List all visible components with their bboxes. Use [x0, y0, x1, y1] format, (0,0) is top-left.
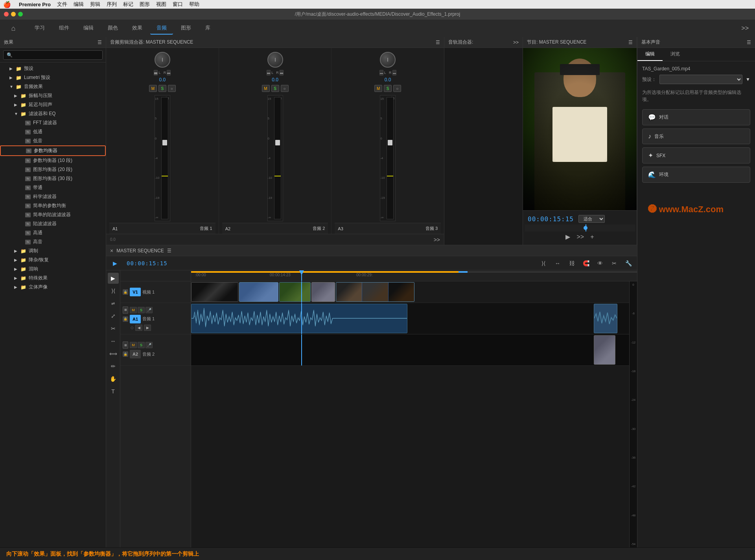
tree-item-noise-reduction[interactable]: ▶ 📁 降杂/恢复	[0, 255, 106, 264]
bs-type-dialog[interactable]: 💬 对话	[642, 109, 750, 125]
menu-file[interactable]: 文件	[57, 1, 67, 8]
tool-razor[interactable]: ✂	[108, 323, 119, 334]
tool-ripple-edit[interactable]: ⟩⟨	[108, 285, 119, 296]
effects-panel-menu-icon[interactable]: ☰	[98, 40, 102, 45]
tool-type[interactable]: T	[108, 386, 119, 397]
tree-item-scientific-filter[interactable]: fx 科学滤波器	[0, 192, 106, 201]
tree-item-reverb[interactable]: ▶ 📁 混响	[0, 264, 106, 274]
fader-handle-3[interactable]	[388, 140, 392, 145]
tool-arrow[interactable]: ▶	[108, 273, 119, 284]
tree-item-presets[interactable]: ▶ 📁 预设	[0, 64, 106, 73]
channel-3-solo-button[interactable]: S	[384, 85, 392, 92]
fader-handle-2[interactable]	[275, 140, 280, 145]
timeline-selector-tool[interactable]: ▶	[109, 258, 120, 269]
tool-hand[interactable]: ✋	[108, 373, 119, 384]
track-a1-next-kf[interactable]: ▶	[144, 325, 151, 331]
tree-item-amplitude[interactable]: ▶ 📁 振幅与压限	[0, 91, 106, 100]
channel-1-monitor-button[interactable]: ○	[168, 85, 176, 92]
track-a2-lock[interactable]: 🔒	[123, 351, 128, 357]
track-a2-expand[interactable]: ⊞	[123, 342, 128, 349]
bs-type-sfx[interactable]: ✦ SFX	[642, 147, 750, 163]
audio-clip-a1[interactable]	[191, 304, 407, 333]
track-v1-lock[interactable]: 🔒	[123, 289, 128, 295]
tab-effects[interactable]: 效果	[126, 22, 149, 35]
close-button[interactable]	[4, 12, 9, 17]
track-a1-lock[interactable]: 🔒	[123, 316, 128, 322]
bs-tab-edit[interactable]: 编辑	[637, 48, 663, 61]
tab-assembly[interactable]: 组件	[53, 22, 76, 35]
tree-item-simple-notch[interactable]: fx 简单的陷波滤波器	[0, 210, 106, 219]
menu-marker[interactable]: 标记	[123, 1, 133, 8]
timeline-magnet-tool[interactable]: 🧲	[580, 258, 591, 269]
channel-2-mute-button[interactable]: M	[262, 85, 270, 92]
tab-edit[interactable]: 编辑	[77, 22, 100, 35]
timeline-eye-tool[interactable]: 👁	[595, 258, 606, 269]
tree-item-bass[interactable]: fx 低音	[0, 136, 106, 145]
channel-3-mute-button[interactable]: M	[374, 85, 382, 92]
timeline-wrench-tool[interactable]: 🔧	[623, 258, 634, 269]
timeline-close-button[interactable]: ×	[110, 248, 113, 254]
channel-1-solo-button[interactable]: S	[158, 85, 166, 92]
tree-item-parametric-eq-10[interactable]: fx 参数均衡器 (10 段)	[0, 156, 106, 165]
tree-item-bandpass[interactable]: fx 带通	[0, 183, 106, 192]
timeline-link-tool[interactable]: ⛓	[566, 258, 577, 269]
transport-play-button[interactable]: ▶	[565, 233, 570, 241]
track-a2-mic[interactable]: 🎤	[145, 342, 153, 348]
channel-1-mute-button[interactable]: M	[149, 85, 157, 92]
tab-audio[interactable]: 音频	[150, 22, 173, 35]
nav-more-button[interactable]: >>	[741, 25, 749, 32]
audio-clip-a1-right[interactable]	[594, 304, 617, 333]
video-clip-5[interactable]	[336, 282, 414, 302]
monitor-scrub-bar[interactable]	[525, 224, 635, 231]
menu-edit[interactable]: 编辑	[74, 1, 84, 8]
fader-handle-1[interactable]	[162, 140, 167, 145]
tree-item-filter-eq[interactable]: ▼ 📁 滤波器和 EQ	[0, 109, 106, 118]
maximize-button[interactable]	[18, 12, 23, 17]
bs-type-ambient[interactable]: 🌊 环境	[642, 167, 750, 183]
video-clip-2[interactable]	[239, 282, 278, 302]
track-mixer-expand[interactable]: >>	[513, 40, 519, 45]
channel-2-monitor-button[interactable]: ○	[281, 85, 289, 92]
channel-1-knob[interactable]	[155, 52, 170, 68]
track-a1-prev-kf[interactable]: ◀	[135, 325, 142, 331]
track-a1-mute[interactable]: M	[130, 307, 137, 313]
menu-window[interactable]: 窗口	[173, 1, 183, 8]
track-v1-id[interactable]: V1	[130, 288, 141, 296]
tool-rolling-edit[interactable]: ⇌	[108, 298, 119, 309]
basic-sound-menu-icon[interactable]: ☰	[747, 40, 751, 45]
bs-tab-browse[interactable]: 浏览	[663, 48, 688, 61]
menu-clip[interactable]: 剪辑	[90, 1, 100, 8]
tree-item-fft[interactable]: fx FFT 滤波器	[0, 118, 106, 127]
tree-item-lowpass[interactable]: fx 低通	[0, 127, 106, 136]
track-a1-solo[interactable]: S	[138, 307, 145, 313]
transport-add-button[interactable]: +	[590, 233, 594, 241]
menu-view[interactable]: 视图	[156, 1, 166, 8]
video-clip-4[interactable]	[311, 282, 335, 302]
tool-pen[interactable]: ✏	[108, 361, 119, 372]
tree-item-modulation[interactable]: ▶ 📁 调制	[0, 246, 106, 255]
track-a2-id[interactable]: A2	[130, 350, 141, 358]
tree-item-delay[interactable]: ▶ 📁 延迟与回声	[0, 100, 106, 109]
tree-item-special-effects[interactable]: ▶ 📁 特殊效果	[0, 274, 106, 283]
timeline-ripple-tool[interactable]: ⟩⟨	[538, 258, 549, 269]
tree-item-notch-filter[interactable]: fx 陷波滤波器	[0, 219, 106, 228]
tool-slide[interactable]: ⟺	[108, 348, 119, 359]
tree-item-graphic-eq-20[interactable]: fx 图形均衡器 (20 段)	[0, 165, 106, 174]
timeline-razor-tool[interactable]: ✂	[609, 258, 620, 269]
tree-item-highpass[interactable]: fx 高通	[0, 228, 106, 237]
channel-3-monitor-button[interactable]: ○	[393, 85, 401, 92]
tool-rate-stretch[interactable]: ⤢	[108, 310, 119, 321]
menu-graphic[interactable]: 图形	[140, 1, 150, 8]
track-a1-mic[interactable]: 🎤	[145, 307, 153, 313]
channel-2-fader-track[interactable]: 15 5 0 -4 -10 -19 -∞ dB	[267, 95, 283, 221]
timeline-menu-icon[interactable]: ☰	[167, 248, 171, 253]
monitor-fit-dropdown[interactable]: 适合 25% 50% 100%	[578, 215, 605, 223]
bs-type-music[interactable]: ♪ 音乐	[642, 129, 750, 144]
video-clip-3[interactable]	[279, 282, 311, 302]
track-a1-id[interactable]: A1	[130, 315, 141, 323]
tab-learn[interactable]: 学习	[28, 22, 51, 35]
channel-2-solo-button[interactable]: S	[271, 85, 279, 92]
channel-1-fader-track[interactable]: 15 5 0 -4 -10 -19 -∞ dB	[155, 95, 170, 221]
timeline-slip-tool[interactable]: ↔	[552, 258, 563, 269]
tab-graphics[interactable]: 图形	[175, 22, 197, 35]
